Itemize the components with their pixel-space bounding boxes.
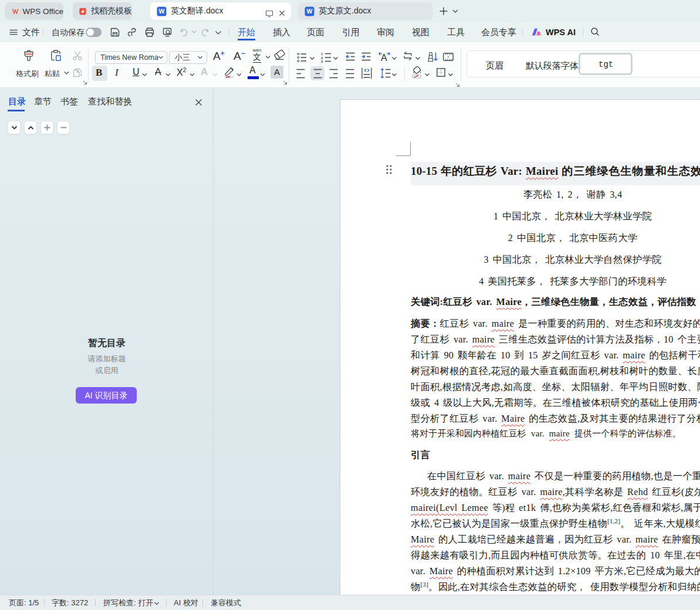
svg-text:2: 2 [321, 56, 323, 60]
svg-text:W: W [159, 8, 165, 15]
svg-text:1: 1 [321, 52, 323, 56]
svg-text:3: 3 [321, 60, 323, 63]
svg-text:W: W [307, 8, 313, 15]
